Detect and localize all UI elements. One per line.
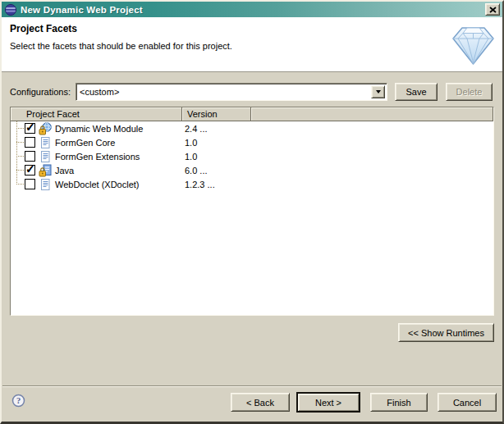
titlebar[interactable]: New Dynamic Web Project (2, 2, 502, 17)
help-icon: ? (11, 394, 25, 408)
wizard-banner: Project Facets Select the facets that sh… (2, 17, 502, 72)
cancel-button[interactable]: Cancel (438, 393, 497, 412)
tree-stub (16, 128, 24, 129)
tree-stub (16, 170, 24, 171)
configurations-value: <custom> (80, 85, 370, 98)
column-header-project-facet[interactable]: Project Facet (11, 107, 182, 121)
facet-version[interactable]: 1.2.3 ... (185, 180, 215, 189)
table-row[interactable]: Java 6.0 ... (11, 163, 493, 177)
facet-rows: Dynamic Web Module 2.4 ... FormGen Core … (11, 121, 493, 315)
facet-checkbox[interactable] (25, 123, 35, 134)
table-header: Project Facet Version (11, 107, 493, 121)
document-icon (39, 178, 52, 191)
table-row[interactable]: Dynamic Web Module 2.4 ... (11, 121, 493, 135)
column-header-empty[interactable] (251, 107, 493, 121)
column-header-version[interactable]: Version (182, 107, 251, 121)
facet-version[interactable]: 2.4 ... (185, 124, 208, 134)
facet-label: WebDoclet (XDoclet) (55, 180, 140, 189)
chevron-down-icon (376, 90, 381, 93)
new-dynamic-web-project-dialog: New Dynamic Web Project Project Facets S… (0, 0, 504, 424)
help-button[interactable]: ? (11, 394, 25, 408)
eclipse-icon (4, 3, 17, 16)
configurations-label: Configurations: (10, 83, 71, 101)
facet-version[interactable]: 6.0 ... (185, 166, 208, 176)
tree-stub (16, 184, 24, 185)
tree-stub (16, 142, 24, 143)
facet-checkbox[interactable] (25, 137, 35, 148)
next-button[interactable]: Next > (296, 392, 360, 413)
facets-table: Project Facet Version Dynamic Web Module… (10, 107, 494, 316)
window-title: New Dynamic Web Project (21, 5, 143, 15)
facet-checkbox[interactable] (25, 179, 35, 189)
document-icon (39, 150, 52, 163)
page-title: Project Facets (10, 23, 77, 34)
facet-version[interactable]: 1.0 (185, 152, 197, 162)
facet-label: Dynamic Web Module (55, 124, 143, 134)
close-button[interactable] (485, 3, 500, 16)
back-button[interactable]: < Back (231, 393, 290, 412)
save-button[interactable]: Save (395, 83, 438, 101)
table-row[interactable]: FormGen Extensions 1.0 (11, 149, 493, 163)
facet-label: FormGen Extensions (55, 152, 140, 162)
facet-label: Java (55, 166, 74, 176)
java-icon (39, 164, 52, 177)
svg-text:?: ? (16, 396, 21, 405)
page-description: Select the facets that should be enabled… (10, 41, 232, 51)
configurations-combobox[interactable]: <custom> (76, 83, 387, 101)
close-icon (489, 7, 497, 13)
delete-button[interactable]: Delete (446, 83, 493, 101)
document-icon (39, 136, 52, 149)
facet-checkbox[interactable] (25, 151, 35, 162)
finish-button[interactable]: Finish (370, 393, 428, 412)
show-runtimes-button[interactable]: << Show Runtimes (398, 323, 494, 342)
tree-stub (16, 156, 24, 157)
table-row[interactable]: FormGen Core 1.0 (11, 135, 493, 149)
diamond-icon (450, 24, 497, 67)
facet-checkbox[interactable] (25, 165, 35, 176)
web-module-icon (39, 122, 52, 135)
facet-label: FormGen Core (55, 138, 115, 148)
combo-dropdown-button[interactable] (371, 85, 385, 98)
footer-separator (2, 385, 502, 387)
facet-version[interactable]: 1.0 (185, 138, 197, 148)
table-row[interactable]: WebDoclet (XDoclet) 1.2.3 ... (11, 177, 493, 191)
